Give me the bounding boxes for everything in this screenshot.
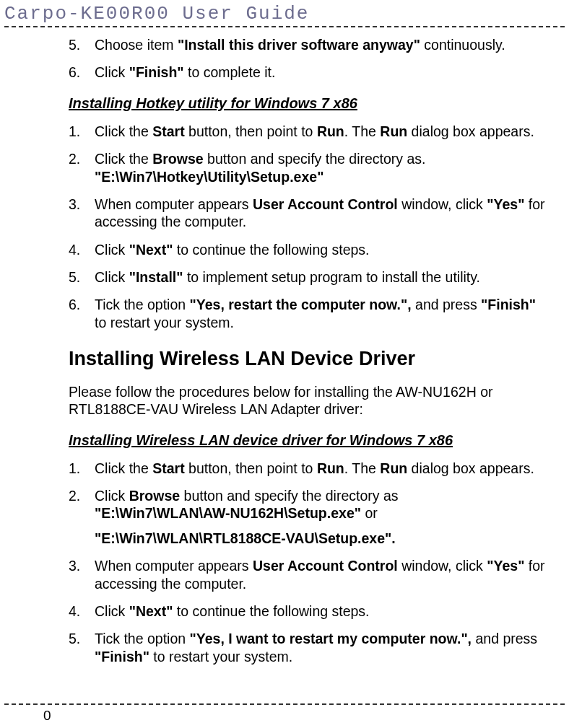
text: and press <box>472 631 537 646</box>
bold-text: "Yes" <box>487 196 524 212</box>
text: or <box>361 505 378 521</box>
step-text: Click the Start button, then point to Ru… <box>95 460 547 477</box>
step-text: Tick the option "Yes, restart the comput… <box>95 296 547 331</box>
hotkey-steps: 1. Click the Start button, then point to… <box>69 123 547 331</box>
bold-text: User Account Control <box>253 558 398 574</box>
bold-text: Run <box>317 123 344 139</box>
wlan-intro: Please follow the procedures below for i… <box>69 383 547 418</box>
text: to restart your system. <box>95 315 234 330</box>
text: Tick the option <box>95 631 190 646</box>
bold-text: "Yes" <box>487 558 524 574</box>
step-number: 5. <box>69 36 95 53</box>
text: . The <box>344 123 381 139</box>
list-item: 3. When computer appears User Account Co… <box>69 196 547 231</box>
step-text: Click "Install" to implement setup progr… <box>95 268 547 286</box>
text: Click <box>95 269 129 285</box>
text: Click <box>95 488 129 504</box>
wlan-subheading: Installing Wireless LAN device driver fo… <box>69 431 547 449</box>
step-number: 4. <box>69 602 95 620</box>
text: When computer appears <box>95 196 253 212</box>
text: dialog box appears. <box>407 123 534 139</box>
step-number: 1. <box>69 123 95 140</box>
bold-text: Browse <box>152 151 203 167</box>
footer-divider <box>4 703 565 705</box>
hotkey-subheading: Installing Hotkey utility for Windows 7 … <box>69 95 547 113</box>
text: window, click <box>398 196 487 212</box>
text: Click the <box>95 460 152 476</box>
list-item: 2. Click Browse button and specify the d… <box>69 487 547 547</box>
text: Choose item <box>95 37 178 53</box>
list-item: 3. When computer appears User Account Co… <box>69 557 547 592</box>
bold-text: "Yes, I want to restart my computer now.… <box>190 631 472 646</box>
continued-list: 5. Choose item "Install this driver soft… <box>69 36 547 82</box>
text: Click the <box>95 123 152 139</box>
text: to continue the following steps. <box>173 603 369 619</box>
list-item: 4. Click "Next" to continue the followin… <box>69 602 547 620</box>
text: window, click <box>398 558 487 574</box>
bold-text: "Finish" <box>95 649 149 665</box>
text: When computer appears <box>95 558 253 574</box>
text: and press <box>412 297 481 312</box>
page-number: 0 <box>43 708 51 724</box>
step-number: 5. <box>69 268 95 286</box>
bold-path: "E:\Win7\WLAN\AW-NU162H\Setup.exe" <box>95 505 361 521</box>
text: to continue the following steps. <box>173 242 369 258</box>
list-item: 2. Click the Browse button and specify t… <box>69 150 547 185</box>
list-item: 5. Tick the option "Yes, I want to resta… <box>69 630 547 665</box>
step-number: 1. <box>69 460 95 477</box>
bold-text: Run <box>317 460 344 476</box>
header-divider <box>4 26 565 27</box>
step-text: Click the Browse button and specify the … <box>95 150 547 185</box>
step-text: When computer appears User Account Contr… <box>95 196 547 231</box>
step-number: 5. <box>69 630 95 665</box>
list-item: 1. Click the Start button, then point to… <box>69 123 547 140</box>
list-item: 6. Tick the option "Yes, restart the com… <box>69 296 547 331</box>
page-content: 5. Choose item "Install this driver soft… <box>0 36 569 665</box>
step-text: Click "Next" to continue the following s… <box>95 241 547 258</box>
text: Click <box>95 603 129 619</box>
text: Tick the option <box>95 297 190 312</box>
step-number: 4. <box>69 241 95 258</box>
list-item: 5. Click "Install" to implement setup pr… <box>69 268 547 286</box>
bold-text: Run <box>380 123 407 139</box>
bold-text: Start <box>152 123 184 139</box>
bold-text: Browse <box>129 488 180 504</box>
text: dialog box appears. <box>407 460 534 476</box>
step-text: Choose item "Install this driver softwar… <box>95 36 547 53</box>
bold-text: "Install this driver software anyway" <box>178 37 420 53</box>
list-item: 5. Choose item "Install this driver soft… <box>69 36 547 53</box>
step-number: 2. <box>69 150 95 185</box>
text: continuously. <box>420 37 505 53</box>
step-number: 3. <box>69 557 95 592</box>
text: Click <box>95 64 129 80</box>
bold-text: "Finish" <box>129 64 184 80</box>
text: to implement setup program to install th… <box>183 269 481 285</box>
step-number: 3. <box>69 196 95 231</box>
document-header-title: Carpo-KE00R00 User Guide <box>0 0 569 25</box>
bold-text: Run <box>380 460 407 476</box>
step-text: Click "Next" to continue the following s… <box>95 602 547 620</box>
step-text: When computer appears User Account Contr… <box>95 557 547 592</box>
step-text: Click the Start button, then point to Ru… <box>95 123 547 140</box>
step-text: Tick the option "Yes, I want to restart … <box>95 630 547 665</box>
text: button and specify the directory as. <box>204 151 426 167</box>
bold-text: Start <box>152 460 184 476</box>
wlan-steps: 1. Click the Start button, then point to… <box>69 460 547 665</box>
text: button, then point to <box>185 123 317 139</box>
bold-text: "Install" <box>129 269 183 285</box>
text: button, then point to <box>185 460 317 476</box>
step-number: 2. <box>69 487 95 547</box>
text: to complete it. <box>184 64 276 80</box>
bold-path: "E:\Win7\Hotkey\Utility\Setup.exe" <box>95 169 323 185</box>
bold-text: "Finish" <box>481 297 536 312</box>
step-number: 6. <box>69 296 95 331</box>
bold-path: "E:\Win7\WLAN\RTL8188CE-VAU\Setup.exe". <box>95 530 396 546</box>
step-text: Click "Finish" to complete it. <box>95 63 547 81</box>
text: to restart your system. <box>149 649 292 665</box>
bold-text: "Next" <box>129 242 173 258</box>
bold-text: "Next" <box>129 603 173 619</box>
bold-text: User Account Control <box>253 196 398 212</box>
text: button and specify the directory as <box>180 488 398 504</box>
list-item: 1. Click the Start button, then point to… <box>69 460 547 477</box>
wlan-heading: Installing Wireless LAN Device Driver <box>69 347 547 372</box>
